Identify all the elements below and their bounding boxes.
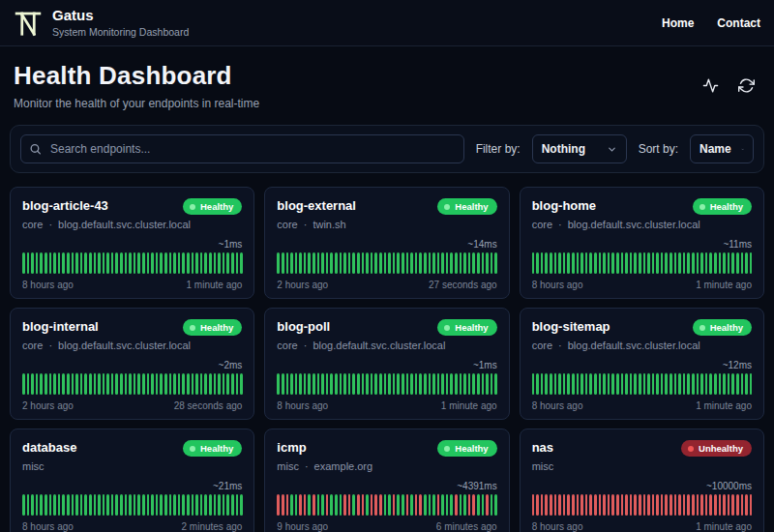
meta-separator: · <box>48 340 52 351</box>
uptime-bar-success <box>554 252 557 274</box>
endpoint-name: blog-home <box>532 198 596 213</box>
uptime-bar-success <box>45 494 47 516</box>
sort-by-label: Sort by: <box>639 142 678 156</box>
uptime-bar-success <box>731 373 734 395</box>
newest-timestamp: 1 minute ago <box>696 521 752 532</box>
uptime-bar-success <box>577 373 580 395</box>
endpoint-card[interactable]: nas Unhealthy misc ~10000ms 8 hours ago … <box>520 429 764 532</box>
uptime-bar-failure <box>599 494 602 516</box>
endpoint-name: database <box>22 440 76 455</box>
uptime-bar-success <box>697 373 700 395</box>
endpoint-name: blog-article-43 <box>22 198 108 213</box>
uptime-bar-success <box>89 252 92 274</box>
uptime-bar-failure <box>419 494 422 516</box>
uptime-bars <box>532 373 752 395</box>
nav-link-contact[interactable]: Contact <box>717 16 760 30</box>
uptime-bar-success <box>736 252 739 274</box>
nav-link-home[interactable]: Home <box>662 16 694 30</box>
uptime-bar-success <box>532 252 535 274</box>
uptime-bar-success <box>120 252 123 274</box>
endpoint-card[interactable]: blog-external Healthy core · twin.sh ~14… <box>264 187 509 299</box>
uptime-bars <box>22 373 242 395</box>
uptime-bars <box>22 252 242 274</box>
uptime-bar-success <box>62 494 65 516</box>
app-title: Gatus <box>52 8 189 24</box>
uptime-bar-success <box>477 252 480 274</box>
newest-timestamp: 1 minute ago <box>441 400 497 411</box>
endpoint-card[interactable]: blog-internal Healthy core · blog.defaul… <box>10 308 254 420</box>
uptime-bar-success <box>137 252 140 274</box>
uptime-bar-success <box>72 373 74 395</box>
uptime-bar-failure <box>580 494 583 516</box>
status-badge: Healthy <box>693 198 752 215</box>
uptime-bar-success <box>36 252 39 274</box>
endpoint-name: blog-sitemap <box>532 319 610 334</box>
refresh-icon[interactable] <box>738 77 755 94</box>
uptime-bar-success <box>156 494 159 516</box>
uptime-bar-failure <box>621 494 624 516</box>
endpoint-card[interactable]: blog-sitemap Healthy core · blog.default… <box>520 308 764 420</box>
uptime-bar-success <box>317 252 320 274</box>
uptime-bar-success <box>468 373 471 395</box>
uptime-bar-success <box>472 373 475 395</box>
filter-select-value: Nothing <box>542 142 585 156</box>
endpoint-card[interactable]: blog-article-43 Healthy core · blog.defa… <box>10 187 254 299</box>
uptime-bar-failure <box>750 494 753 516</box>
uptime-bar-success <box>27 373 30 395</box>
response-time: ~2ms <box>22 360 242 371</box>
uptime-bar-failure <box>393 494 396 516</box>
uptime-bar-success <box>308 373 311 395</box>
uptime-bar-failure <box>455 494 458 516</box>
status-label: Healthy <box>710 201 743 212</box>
uptime-bar-success <box>286 252 289 274</box>
uptime-bar-failure <box>670 494 672 516</box>
uptime-bar-failure <box>545 494 548 516</box>
uptime-bar-success <box>137 373 140 395</box>
uptime-bar-success <box>665 373 668 395</box>
endpoint-host: blog.default.svc.cluster.local <box>568 340 700 351</box>
uptime-bar-success <box>223 252 225 274</box>
uptime-bar-success <box>482 494 485 516</box>
endpoint-card[interactable]: blog-home Healthy core · blog.default.sv… <box>520 187 764 299</box>
uptime-bar-success <box>340 252 342 274</box>
uptime-bar-failure <box>692 494 695 516</box>
filter-by-label: Filter by: <box>476 142 521 156</box>
uptime-bar-success <box>164 373 167 395</box>
uptime-bar-success <box>424 494 427 516</box>
endpoint-card[interactable]: database Healthy misc ~21ms 8 hours ago … <box>10 429 254 532</box>
uptime-bar-failure <box>541 494 544 516</box>
endpoint-group: core <box>532 340 552 351</box>
uptime-bar-success <box>683 373 686 395</box>
uptime-bar-success <box>178 252 181 274</box>
card-footer: 8 hours ago 1 minute ago <box>277 400 496 411</box>
uptime-bar-success <box>240 252 243 274</box>
activity-icon[interactable] <box>702 77 719 94</box>
uptime-bar-success <box>40 494 43 516</box>
endpoint-group: core <box>22 219 43 230</box>
uptime-bar-success <box>714 373 717 395</box>
status-label: Healthy <box>455 443 488 454</box>
sort-select[interactable]: Name <box>690 134 754 163</box>
uptime-bar-success <box>589 373 592 395</box>
uptime-bar-success <box>674 252 677 274</box>
uptime-bar-failure <box>348 494 351 516</box>
uptime-bar-success <box>687 373 690 395</box>
uptime-bar-failure <box>656 494 659 516</box>
filter-select[interactable]: Nothing <box>532 134 627 163</box>
page-title: Health Dashboard <box>14 61 259 91</box>
uptime-bar-success <box>550 252 552 274</box>
uptime-bar-success <box>741 373 744 395</box>
uptime-bar-success <box>374 252 377 274</box>
endpoint-card[interactable]: icmp Healthy misc · example.org ~4391ms … <box>264 429 509 532</box>
uptime-bar-success <box>643 252 646 274</box>
endpoint-card[interactable]: blog-poll Healthy core · blog.default.sv… <box>264 308 509 420</box>
uptime-bar-success <box>384 373 387 395</box>
uptime-bar-failure <box>343 494 346 516</box>
uptime-bar-success <box>98 494 101 516</box>
uptime-bar-success <box>397 494 400 516</box>
uptime-bar-success <box>477 373 480 395</box>
uptime-bar-success <box>661 373 664 395</box>
search-input[interactable] <box>20 134 464 163</box>
uptime-bar-success <box>719 252 722 274</box>
status-dot-icon <box>444 446 450 452</box>
